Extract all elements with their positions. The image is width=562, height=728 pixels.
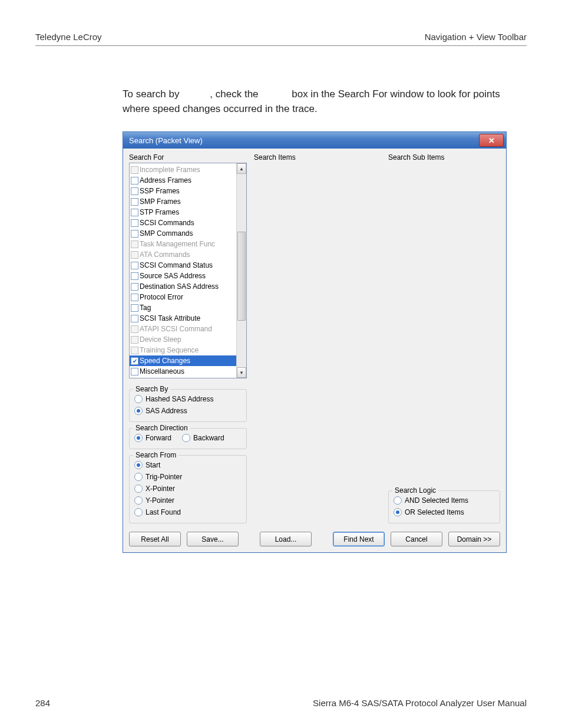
close-icon: ✕ bbox=[488, 137, 495, 144]
search-for-item[interactable]: SCSI Task Attribute bbox=[130, 313, 237, 324]
search-for-item-label: Incomplete Frames bbox=[140, 166, 200, 174]
radio-icon[interactable] bbox=[394, 508, 402, 516]
search-for-item[interactable]: Incomplete Frames bbox=[130, 164, 237, 175]
listbox-scrollbar[interactable]: ▲ ▼ bbox=[236, 163, 246, 378]
instruction-paragraph: To search by , check the box in the Sear… bbox=[123, 87, 503, 116]
search-for-item-label: SMP Commands bbox=[140, 229, 193, 238]
checkbox-icon[interactable] bbox=[131, 230, 138, 238]
search-for-item-label: Training Sequence bbox=[140, 346, 199, 354]
search-by-legend: Search By bbox=[133, 385, 170, 393]
search-for-item[interactable]: ATA Commands bbox=[130, 249, 237, 260]
search-for-item[interactable]: ✔Speed Changes bbox=[130, 355, 237, 366]
checkbox-icon[interactable] bbox=[131, 336, 138, 344]
scroll-thumb[interactable] bbox=[237, 232, 246, 321]
radio-icon[interactable] bbox=[134, 395, 143, 403]
dialog-titlebar[interactable]: Search (Packet View) ✕ bbox=[123, 132, 506, 149]
search-for-item-label: ATA Commands bbox=[140, 251, 190, 259]
search-for-item[interactable]: Address Frames bbox=[130, 175, 237, 186]
radio-option[interactable]: SAS Address bbox=[134, 405, 242, 417]
search-direction-group: Search Direction ForwardBackward bbox=[129, 428, 247, 449]
page-number: 284 bbox=[35, 698, 50, 708]
radio-icon[interactable] bbox=[134, 473, 143, 481]
search-for-item[interactable]: Training Sequence bbox=[130, 345, 237, 355]
search-for-item[interactable]: Source SAS Address bbox=[130, 271, 237, 281]
radio-icon[interactable] bbox=[394, 496, 402, 505]
checkbox-icon[interactable] bbox=[131, 294, 138, 301]
search-for-item[interactable]: Tag bbox=[130, 302, 237, 313]
search-direction-legend: Search Direction bbox=[133, 424, 190, 432]
domain-button[interactable]: Domain >> bbox=[448, 532, 500, 546]
close-button[interactable]: ✕ bbox=[479, 134, 504, 147]
checkbox-icon[interactable] bbox=[131, 166, 138, 174]
radio-option[interactable]: Start bbox=[134, 459, 242, 471]
checkbox-icon[interactable] bbox=[131, 198, 138, 206]
search-for-item-label: Miscellaneous bbox=[140, 367, 184, 375]
search-for-item[interactable]: Task Management Func bbox=[130, 239, 237, 249]
search-for-item[interactable]: Miscellaneous bbox=[130, 366, 237, 377]
radio-label: AND Selected Items bbox=[405, 496, 468, 505]
radio-icon[interactable] bbox=[134, 485, 143, 493]
search-for-item-label: STP Frames bbox=[140, 208, 179, 216]
cancel-button[interactable]: Cancel bbox=[391, 532, 442, 546]
checkbox-icon[interactable]: ✔ bbox=[131, 357, 138, 365]
radio-icon[interactable] bbox=[134, 434, 143, 442]
radio-icon[interactable] bbox=[134, 496, 143, 505]
reset-all-button[interactable]: Reset All bbox=[129, 532, 181, 546]
search-for-item[interactable]: SMP Commands bbox=[130, 228, 237, 239]
search-for-item[interactable]: SCSI Command Status bbox=[130, 260, 237, 271]
radio-option[interactable]: Hashed SAS Address bbox=[134, 393, 242, 405]
search-for-listbox[interactable]: Incomplete FramesAddress FramesSSP Frame… bbox=[129, 163, 247, 378]
radio-icon[interactable] bbox=[182, 434, 190, 442]
radio-option[interactable]: Forward bbox=[134, 432, 171, 444]
search-for-item-label: Source SAS Address bbox=[140, 272, 206, 280]
find-next-button[interactable]: Find Next bbox=[333, 532, 385, 546]
page-header: Teledyne LeCroy Navigation + View Toolba… bbox=[35, 32, 527, 46]
radio-option[interactable]: OR Selected Items bbox=[394, 506, 495, 518]
search-for-item[interactable]: STP Frames bbox=[130, 207, 237, 218]
radio-option[interactable]: X-Pointer bbox=[134, 483, 242, 495]
radio-option[interactable]: Last Found bbox=[134, 506, 242, 518]
checkbox-icon[interactable] bbox=[131, 315, 138, 322]
search-for-item-label: Tag bbox=[140, 304, 151, 312]
load-button[interactable]: Load... bbox=[260, 532, 312, 546]
save-button[interactable]: Save... bbox=[187, 532, 239, 546]
radio-label: X-Pointer bbox=[146, 485, 175, 493]
search-for-item[interactable]: SMP Frames bbox=[130, 196, 237, 207]
checkbox-icon[interactable] bbox=[131, 187, 138, 195]
search-for-item-label: Address Frames bbox=[140, 176, 191, 185]
search-for-item-label: SSP Frames bbox=[140, 187, 180, 195]
scroll-down-button[interactable]: ▼ bbox=[237, 367, 246, 378]
radio-label: Trig-Pointer bbox=[146, 473, 182, 481]
checkbox-icon[interactable] bbox=[131, 368, 138, 375]
radio-option[interactable]: Y-Pointer bbox=[134, 495, 242, 506]
checkbox-icon[interactable] bbox=[131, 283, 138, 291]
page-footer: 284 Sierra M6-4 SAS/SATA Protocol Analyz… bbox=[35, 698, 527, 708]
checkbox-icon[interactable] bbox=[131, 241, 138, 248]
checkbox-icon[interactable] bbox=[131, 272, 138, 280]
radio-option[interactable]: AND Selected Items bbox=[394, 495, 495, 506]
checkbox-icon[interactable] bbox=[131, 251, 138, 259]
dialog-title: Search (Packet View) bbox=[129, 136, 203, 145]
search-for-item[interactable]: SCSI Commands bbox=[130, 218, 237, 228]
radio-icon[interactable] bbox=[134, 407, 143, 415]
radio-option[interactable]: Backward bbox=[182, 432, 224, 444]
header-left: Teledyne LeCroy bbox=[35, 32, 102, 42]
checkbox-icon[interactable] bbox=[131, 347, 138, 354]
radio-option[interactable]: Trig-Pointer bbox=[134, 471, 242, 483]
checkbox-icon[interactable] bbox=[131, 325, 138, 333]
search-for-item-label: SCSI Command Status bbox=[140, 261, 213, 269]
radio-icon[interactable] bbox=[134, 461, 143, 469]
search-for-item[interactable]: SSP Frames bbox=[130, 186, 237, 196]
footer-title: Sierra M6-4 SAS/SATA Protocol Analyzer U… bbox=[313, 698, 527, 708]
checkbox-icon[interactable] bbox=[131, 177, 138, 185]
search-for-item[interactable]: Device Sleep bbox=[130, 334, 237, 345]
search-for-item[interactable]: Protocol Error bbox=[130, 292, 237, 302]
search-for-item[interactable]: ATAPI SCSI Command bbox=[130, 324, 237, 334]
checkbox-icon[interactable] bbox=[131, 304, 138, 312]
checkbox-icon[interactable] bbox=[131, 219, 138, 227]
search-for-item[interactable]: Destination SAS Address bbox=[130, 281, 237, 292]
checkbox-icon[interactable] bbox=[131, 209, 138, 216]
checkbox-icon[interactable] bbox=[131, 262, 138, 269]
search-for-item-label: ATAPI SCSI Command bbox=[140, 325, 212, 333]
radio-icon[interactable] bbox=[134, 508, 143, 516]
